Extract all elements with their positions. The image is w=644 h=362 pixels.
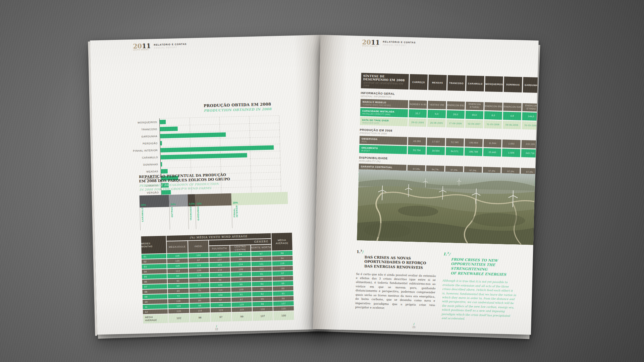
segment-name-text: TRANCOSO [189,206,192,221]
row-label: CAPACIDADE INSTALADA [362,110,406,113]
report-title: RELATÓRIO E CONTAS [154,43,186,46]
page-stack-under-left [88,38,329,339]
value-cell: 80 [168,283,189,288]
row-label: OBSERVADA [362,137,405,141]
row-label: MARCA E MODELO [363,101,406,104]
chart-row: PINHAL INTERIOR [122,144,280,155]
page-grain [90,35,328,335]
chart-bar-track [160,151,280,161]
table-row: 101068697879995 [143,296,293,304]
value-cell: 96 [251,256,271,261]
chart-row: GARDUNHA [122,130,279,140]
column-header-generg: GENERG [209,239,271,246]
chart-bar [161,153,247,159]
chart-row: MOSQUEIROS [121,116,279,126]
value-cell: 31-03-2008 [522,121,539,130]
chart-gridline [221,173,221,180]
value-cell: 233.199 [521,140,539,148]
value-cell: 97,0% [445,166,463,174]
chart-gridline [191,174,192,181]
chart-row: TRANCOSO [122,123,279,133]
park-column-header: DONINHAS [504,76,522,92]
row-sublabel: REAL [362,140,405,143]
value-cell: 144,0 [522,112,539,121]
average-label-cell: MÉDIA AVERAGE [143,314,168,323]
value-cell: 111 [251,261,271,266]
row-sublabel: CONTRACTUAL GUARANTEE [361,168,404,171]
value-cell: 97,0% [464,166,482,175]
chart-gridline [191,188,192,195]
value-cell: 186.768 [465,147,483,156]
report-page-right: 2011 GRUPO GENERG RELATÓRIO E CONTAS ANN… [313,35,539,335]
park-column-header: MOSQUEIROS [485,76,503,92]
chart-gridline [190,153,191,160]
value-cell: 17-09-2008 [446,119,464,128]
chart-category-label: MOSQUEIROS [121,121,159,125]
value-cell: 98,9% [464,175,482,184]
month-cell: 09 [143,294,167,299]
row-sublabel: INSTALLED CAPACITY (MW) [362,112,406,116]
chart-category-label: PINHAL INTERIOR [122,149,160,153]
value-cell: 9,0 [428,110,446,118]
value-cell: 100 [210,292,231,297]
segment-percent-label: 12% [197,202,202,205]
value-cell: VESTAS V90 [428,101,446,109]
value-cell: 99,2% [501,176,520,185]
chart-gridline [190,125,190,132]
chart-gridline [220,131,220,138]
value-cell: 118 [253,306,273,311]
chart-gridline [251,180,251,187]
row-sublabel: TAKEOVER DATE [362,121,406,125]
average-value-cell: 107 [253,311,273,320]
page-number-mark: / [215,325,218,328]
value-cell: 106 [167,258,188,263]
chart-gridline [280,144,280,151]
table-row: DISPONIBILIDADE EM 2008AVAILABILITY IN 2… [359,173,538,185]
chart-gridline [281,186,281,193]
value-cell: 52.340 [446,138,464,146]
chart-gridline [191,181,192,188]
section-body-pt: Se é certo que não é ainda possível aval… [355,272,436,311]
page-number-left: / 22 [215,325,218,331]
page-stack-under-right [310,37,540,339]
page-fore-edge [88,42,97,336]
value-cell: 90,0 [465,111,483,119]
chart-gridline [220,152,221,159]
row-label-cell: DATA DO TAKE OVERTAKEOVER DATE [360,117,408,126]
column-header-norte: NORTE NORTH [251,245,271,251]
table-span-header: (%) MÉDIA VENTO WIND AVERAGE [167,233,271,241]
chart-gridline [251,173,251,180]
value-cell: 98 [190,303,210,308]
segment-percent-label: 39% [141,203,146,206]
value-cell: 0,8 [503,112,521,120]
value-cell: 96 [168,278,189,283]
chart-gridline [190,118,190,125]
value-cell: 94 [252,281,272,286]
breakdown-subtitle: PERCENTAGE BREAKDOWN OF PRODUCTION IN 20… [139,182,230,192]
value-cell: 124 [230,262,251,266]
row-label-cell: MARCA E MODELOTURBINE MAKE AND MODEL [360,99,408,108]
chart-category-label: MEADAS [123,170,161,174]
row-label-cell: GARANTIA CONTRATUALCONTRACTUAL GUARANTEE [359,164,407,173]
value-cell: 65 [230,257,251,261]
value-cell: 97 [272,271,293,276]
value-cell: 114 [210,287,230,292]
table-row: 06967396978990 [142,276,293,284]
table-row: 0889751141099085 [142,286,293,294]
table-row: OBSERVADAREAL49.08917.53752.340190.66411… [360,136,539,148]
chart-bar-track [160,137,279,147]
value-cell: 20,7 [409,109,427,118]
value-cell: 49.089 [408,137,426,145]
row-label-cell: OBSERVADAREAL [360,136,408,145]
value-cell: 103 [210,272,230,277]
value-cell: 129 [189,273,209,278]
value-cell: 107 [209,257,230,262]
chart-gridline [220,166,221,173]
column-header-sulsouth: SULSOUTH [209,246,229,252]
value-cell: 81 [252,271,272,276]
wind-farm-photo-art [357,169,538,245]
value-cell: 112 [252,266,272,271]
chart-row: MEADAS [123,165,280,176]
value-cell: 97,6% [520,177,538,185]
value-cell: 84 [167,273,188,278]
